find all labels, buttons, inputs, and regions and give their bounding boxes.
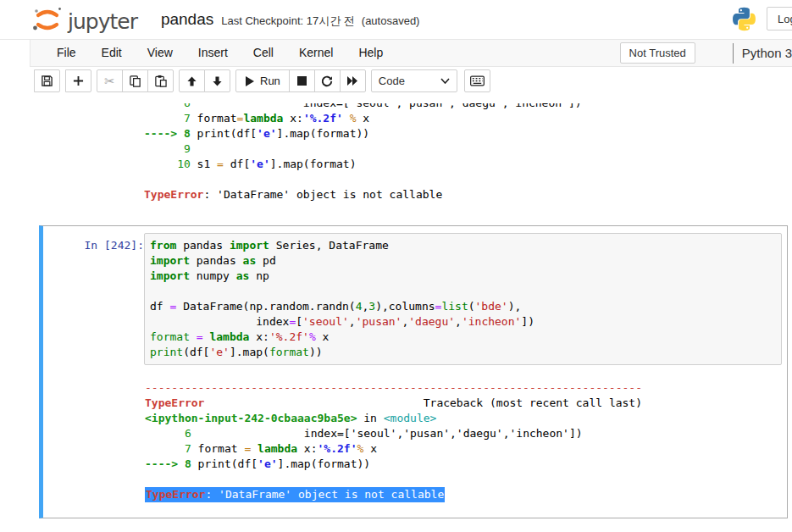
copy-icon	[129, 75, 141, 87]
interrupt-kernel-button[interactable]	[289, 69, 315, 92]
paste-icon	[154, 75, 167, 87]
cell-type-value: Code	[379, 75, 405, 87]
play-icon	[245, 76, 254, 86]
fast-forward-icon	[346, 76, 358, 86]
code-cell-empty[interactable]: In [ ]:	[39, 524, 788, 532]
arrow-up-icon	[186, 75, 197, 87]
run-button[interactable]: Run	[235, 69, 290, 92]
kernel-name: Python 3	[734, 46, 792, 60]
paste-cell-button[interactable]	[147, 69, 174, 92]
menu-file[interactable]: File	[44, 40, 89, 66]
menu-cell[interactable]: Cell	[241, 40, 286, 66]
menu-view[interactable]: View	[135, 40, 186, 66]
restart-kernel-button[interactable]	[314, 69, 341, 92]
menu-edit[interactable]: Edit	[89, 40, 135, 66]
keyboard-icon	[470, 75, 485, 86]
add-cell-button[interactable]	[65, 69, 91, 92]
stop-icon	[297, 76, 307, 86]
restart-icon	[321, 75, 333, 87]
jupyter-logo-icon	[32, 5, 63, 34]
move-cell-up-button[interactable]	[179, 69, 205, 92]
move-cell-down-button[interactable]	[204, 69, 230, 92]
save-icon	[41, 75, 53, 87]
autosave-status: (autosaved)	[362, 14, 420, 27]
code-editor[interactable]: from pandas import Series, DataFrameimpo…	[144, 233, 782, 365]
menu-help[interactable]: Help	[346, 40, 396, 66]
chevron-down-icon	[440, 78, 450, 84]
jupyter-logo-text: jupyter	[68, 9, 137, 34]
error-output: ----------------------------------------…	[145, 380, 782, 502]
scissors-icon: ✂	[104, 74, 115, 89]
menu-kernel[interactable]: Kernel	[286, 40, 346, 66]
menu-insert[interactable]: Insert	[186, 40, 241, 66]
error-output-partial: 6 index=['seoul','pusan','daegu','incheo…	[144, 103, 782, 202]
cut-cell-button[interactable]: ✂	[97, 69, 123, 92]
notebook-container: 6 index=['seoul','pusan','daegu','incheo…	[0, 95, 792, 532]
toolbar: ✂ Run	[0, 67, 792, 95]
jupyter-logo[interactable]: jupyter	[32, 5, 137, 34]
code-cell-active[interactable]: In [242]: from pandas import Series, Dat…	[39, 225, 788, 518]
open-command-palette-button[interactable]	[464, 69, 490, 92]
python-logo-icon	[731, 6, 757, 32]
arrow-down-icon	[212, 75, 223, 87]
output-prompt-spacer	[43, 103, 144, 202]
restart-run-all-button[interactable]	[340, 69, 366, 92]
notebook-header: jupyter pandas Last Checkpoint: 17시간 전 (…	[0, 0, 792, 40]
logout-button[interactable]: Logout	[767, 7, 792, 30]
input-prompt: In [242]:	[85, 239, 144, 252]
copy-cell-button[interactable]	[122, 69, 148, 92]
menubar: File Edit View Insert Cell Kernel Help N…	[30, 40, 792, 67]
code-cell-partial[interactable]: 6 index=['seoul','pusan','daegu','incheo…	[39, 96, 788, 203]
plus-icon	[73, 75, 84, 86]
trust-status-badge[interactable]: Not Trusted	[620, 42, 695, 64]
notebook-title[interactable]: pandas	[161, 10, 213, 29]
save-button[interactable]	[34, 69, 60, 92]
checkpoint-status: Last Checkpoint: 17시간 전	[221, 14, 355, 29]
cell-type-dropdown[interactable]: Code	[371, 69, 457, 92]
run-label: Run	[260, 75, 280, 87]
